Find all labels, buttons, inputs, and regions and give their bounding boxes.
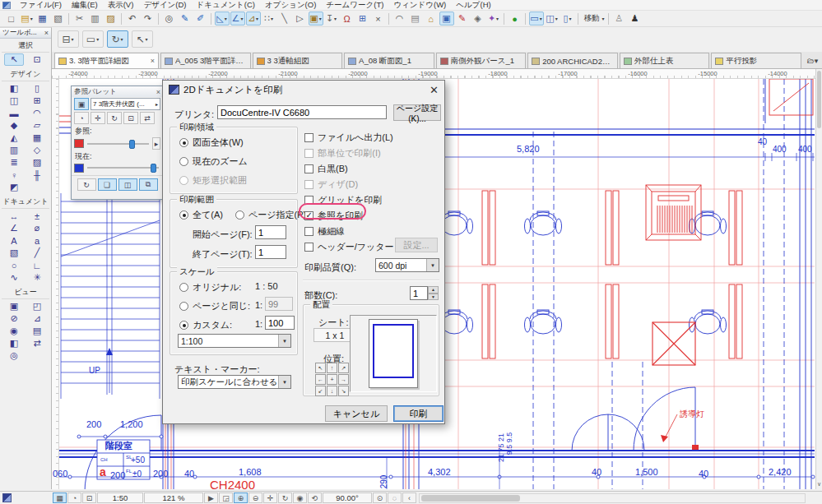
- menu-view[interactable]: 表示(V): [103, 0, 139, 11]
- copies-stepper[interactable]: ▲▼: [410, 286, 439, 300]
- position-left[interactable]: ←: [315, 374, 326, 385]
- polyline-tool-icon[interactable]: ∟: [27, 259, 47, 271]
- coordinates-icon[interactable]: ⊞: [355, 12, 370, 25]
- label-tool-icon[interactable]: a: [27, 234, 47, 247]
- search-icon[interactable]: ◎: [162, 12, 177, 25]
- drawing-tool-icon[interactable]: ◰: [27, 300, 47, 312]
- figure-tool-icon[interactable]: ▣: [4, 300, 24, 312]
- palette-section-0[interactable]: 選択: [2, 39, 49, 53]
- start-page-field[interactable]: [255, 225, 286, 239]
- window-tool-icon[interactable]: ⊞: [27, 95, 47, 107]
- column-tool-icon[interactable]: ▯: [27, 82, 47, 95]
- reference-color-swatch[interactable]: [74, 139, 84, 148]
- toolbox-title-bar[interactable]: ツールボ... ×: [0, 28, 51, 39]
- scroll-down-icon[interactable]: ∨: [816, 481, 822, 489]
- inject-parameters-icon[interactable]: ✐: [193, 12, 208, 25]
- stepper-down-icon[interactable]: ▼: [428, 294, 439, 301]
- previous-zoom-icon[interactable]: ◌: [388, 492, 402, 503]
- new-window-icon[interactable]: ▣: [439, 12, 454, 25]
- camera-tool-icon[interactable]: ◎: [4, 349, 24, 362]
- tab-axis-drawing[interactable]: 3 3通軸組図: [253, 53, 343, 68]
- pick-up-parameters-icon[interactable]: ✎: [178, 12, 193, 25]
- trace-toggle-icon[interactable]: ▦: [53, 492, 67, 503]
- stepper-up-icon[interactable]: ▲: [428, 286, 439, 294]
- railing-tool-icon[interactable]: ╫: [27, 169, 47, 181]
- zoom-out-icon[interactable]: ⊖: [248, 492, 262, 503]
- elevation-tool-icon[interactable]: ⊿: [27, 312, 47, 325]
- tab-floor-plan-detail[interactable]: 3. 3階平面詳細図 ×: [54, 53, 159, 68]
- tab-finish-schedule[interactable]: 外部仕上表: [620, 53, 710, 68]
- transmit-tool-icon[interactable]: ⇄: [27, 337, 47, 349]
- checkbox-black-white[interactable]: 白黒(B): [304, 163, 348, 175]
- radio-current-zoom[interactable]: 現在のズーム: [179, 155, 248, 168]
- drawing-scale-value[interactable]: 1:50: [97, 492, 143, 503]
- worksheet-tool-icon[interactable]: ▤: [27, 325, 47, 337]
- radio-same-as-page[interactable]: ページと同じ:: [179, 300, 250, 312]
- interior-elevation-tool-icon[interactable]: ◧: [4, 337, 24, 349]
- orbit-mode-icon[interactable]: ↻▾: [107, 30, 128, 48]
- radio-original-scale[interactable]: オリジナル:: [179, 281, 241, 294]
- position-bottom-right[interactable]: ↘: [338, 386, 349, 396]
- zone-tool-icon[interactable]: ▨: [27, 156, 47, 169]
- radio-all-pages[interactable]: 全て(A): [179, 209, 223, 221]
- mesh-tool-icon[interactable]: ▦: [27, 132, 47, 144]
- menu-document[interactable]: ドキュメント(C): [191, 0, 260, 11]
- snap-guides-icon[interactable]: ∠▾: [230, 12, 245, 25]
- palette-section-3[interactable]: ビュー: [2, 285, 49, 299]
- orbit-icon[interactable]: ↻: [278, 492, 292, 503]
- checkbox-print-reference[interactable]: 参照を印刷: [304, 210, 363, 222]
- go-home-icon[interactable]: ⌂: [424, 12, 439, 25]
- detail-tool-icon[interactable]: ◉: [4, 325, 24, 337]
- object-tool-icon[interactable]: ◆: [4, 119, 24, 132]
- tab-release-notes[interactable]: 200 ARCHICAD20 rela...: [527, 53, 618, 68]
- open-file-icon[interactable]: ▤▾: [20, 12, 35, 25]
- reference-opacity-slider[interactable]: [87, 139, 149, 149]
- tab-perspective[interactable]: 南側外観パース_1: [436, 53, 527, 68]
- cursor-info-icon[interactable]: ▷: [293, 12, 308, 25]
- radial-dimension-tool-icon[interactable]: ⌀: [27, 222, 47, 234]
- cancel-button[interactable]: キャンセル: [325, 405, 388, 422]
- new-document-icon[interactable]: □: [4, 12, 19, 25]
- zoom-options-icon[interactable]: ◲: [219, 492, 233, 503]
- curtain-wall-tool-icon[interactable]: ▥: [4, 144, 24, 156]
- section-window-icon[interactable]: ◫▾: [545, 12, 560, 25]
- publish-icon[interactable]: ▤: [408, 12, 423, 25]
- wall-tool-icon[interactable]: ◧: [4, 82, 24, 95]
- dialog-title-bar[interactable]: 2Dドキュメントを印刷 ✕: [163, 81, 444, 99]
- optimal-zoom-icon[interactable]: ⊙: [373, 492, 387, 503]
- arrow-tool-icon[interactable]: ↖: [4, 53, 24, 66]
- position-grid[interactable]: ↖ ↑ ↗ ← + → ↙ ↓ ↘: [315, 363, 349, 396]
- text-marker-dropdown[interactable]: 印刷スケールに合わせる ▼: [178, 375, 291, 389]
- morph-tool-icon[interactable]: ◇: [27, 144, 47, 156]
- radio-page-range[interactable]: ページ指定(P): [235, 209, 306, 221]
- horizontal-scrollbar-thumb[interactable]: [421, 495, 520, 502]
- toolbox-close-icon[interactable]: ×: [44, 29, 49, 37]
- printer-name-field[interactable]: [217, 105, 387, 119]
- vertical-scrollbar-thumb[interactable]: [817, 71, 821, 128]
- person-standing-icon[interactable]: ♙: [612, 12, 627, 25]
- trace-reference-dropdown[interactable]: 7 3階天井伏図 (... ▸: [91, 98, 160, 110]
- person-walking-icon[interactable]: ♟: [628, 12, 643, 25]
- slab-tool-icon[interactable]: ▱: [27, 119, 47, 132]
- refresh-view-icon[interactable]: ⟲: [308, 492, 322, 503]
- copies-field[interactable]: [410, 286, 428, 300]
- snap-points-icon[interactable]: ⊿▾: [246, 12, 261, 25]
- magnet-icon[interactable]: Ω: [340, 12, 355, 25]
- menu-help[interactable]: ヘルプ(H): [451, 0, 495, 11]
- compare-button[interactable]: ⧉: [139, 178, 158, 191]
- tab-close-icon[interactable]: ×: [151, 57, 155, 65]
- door-tool-icon[interactable]: ◫: [4, 95, 24, 107]
- copy-icon[interactable]: ▥: [88, 12, 103, 25]
- current-color-swatch[interactable]: [74, 164, 84, 173]
- start-teamwork-icon[interactable]: ●: [508, 12, 522, 25]
- menu-teamwork[interactable]: チームワーク(T): [321, 0, 388, 11]
- paste-icon[interactable]: ▨: [104, 12, 118, 25]
- menu-design[interactable]: デザイン(D): [138, 0, 191, 11]
- reference-on-top-button[interactable]: ❏: [98, 178, 117, 191]
- zoom-preview-icon[interactable]: ◔: [67, 492, 81, 503]
- scroll-left-icon[interactable]: ‹: [402, 492, 416, 503]
- splitter-button[interactable]: ◫: [118, 178, 137, 191]
- menu-edit[interactable]: 編集(E): [67, 0, 103, 11]
- hotspot-tool-icon[interactable]: ✳: [27, 271, 47, 284]
- radio-custom-scale[interactable]: カスタム:: [179, 319, 232, 331]
